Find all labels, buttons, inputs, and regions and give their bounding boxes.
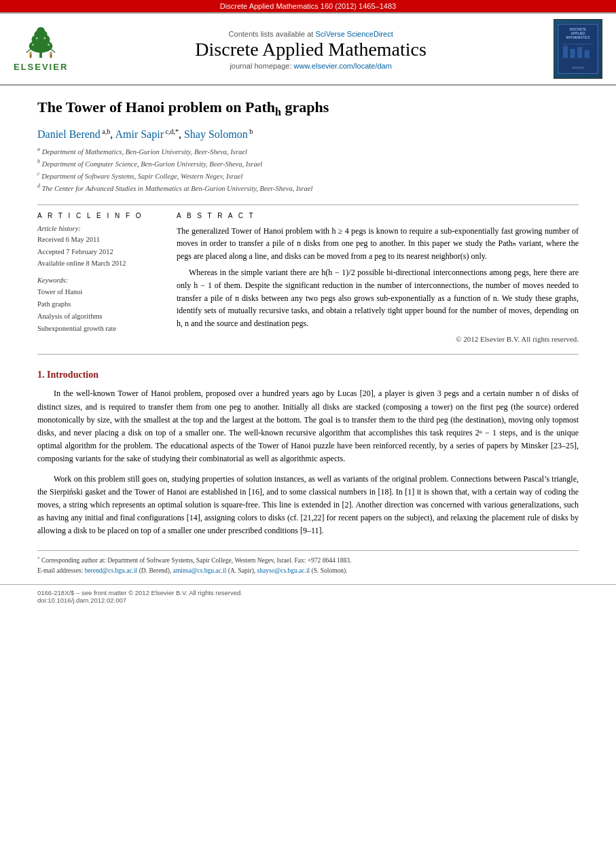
keyword-3: Analysis of algorithms — [37, 310, 163, 323]
author-sapir[interactable]: Amir Sapir — [115, 129, 164, 141]
article-info-heading: A R T I C L E I N F O — [37, 212, 163, 219]
footnotes: * Corresponding author at: Department of… — [37, 555, 579, 577]
svg-rect-11 — [50, 54, 52, 58]
divider-2 — [37, 354, 579, 355]
keyword-1: Tower of Hanoi — [37, 286, 163, 298]
svg-rect-21 — [577, 47, 582, 58]
intro-paragraph-2: Work on this problem still goes on, stud… — [37, 473, 579, 538]
abstract-text: The generalized Tower of Hanoi problem w… — [177, 225, 579, 330]
sciverse-line: Contents lists available at SciVerse Sci… — [77, 30, 544, 38]
affiliations: a Department of Mathematics, Ben-Gurion … — [37, 145, 579, 195]
elsevier-logo: ELSEVIER — [14, 26, 68, 72]
abstract-heading: A B S T R A C T — [177, 212, 579, 219]
email-link-sapir[interactable]: aminsa@cs.bgu.ac.il — [173, 567, 227, 574]
affiliation-c: c Department of Software Systems, Sapir … — [37, 170, 579, 182]
homepage-line: journal homepage: www.elsevier.com/locat… — [77, 62, 544, 70]
svg-text:APPLIED: APPLIED — [570, 32, 585, 35]
available-date: Available online 8 March 2012 — [37, 257, 163, 270]
svg-text:DISCRETE: DISCRETE — [570, 28, 587, 31]
received-date: Received 6 May 2011 — [37, 234, 163, 246]
email-link-berend[interactable]: berend@cs.bgu.ac.il — [85, 567, 138, 574]
svg-point-4 — [37, 26, 45, 33]
svg-rect-9 — [29, 54, 31, 58]
svg-point-8 — [43, 37, 46, 39]
svg-point-6 — [48, 43, 50, 46]
journal-reference-bar: Discrete Applied Mathematics 160 (2012) … — [0, 0, 616, 12]
article-info-column: A R T I C L E I N F O Article history: R… — [37, 212, 163, 344]
accepted-date: Accepted 7 February 2012 — [37, 246, 163, 258]
intro-body: In the well-known Tower of Hanoi problem… — [37, 387, 579, 537]
sciverse-link[interactable]: SciVerse ScienceDirect — [315, 30, 393, 38]
main-content: The Tower of Hanoi problem on Pathh grap… — [0, 98, 616, 576]
abstract-paragraph-1: The generalized Tower of Hanoi problem w… — [177, 225, 579, 263]
journal-cover-thumbnail: DISCRETE APPLIED MATHEMATICS 160 (2012) — [554, 19, 602, 79]
article-dates: Received 6 May 2011 Accepted 7 February … — [37, 234, 163, 270]
email-note: E-mail addresses: berend@cs.bgu.ac.il (D… — [37, 566, 579, 576]
elsevier-wordmark: ELSEVIER — [14, 62, 68, 72]
affiliation-a: a Department of Mathematics, Ben-Gurion … — [37, 145, 579, 158]
keywords-list: Tower of Hanoi Path graphs Analysis of a… — [37, 286, 163, 334]
header-center: Contents lists available at SciVerse Sci… — [77, 28, 544, 71]
abstract-paragraph-2: Whereas in the simple variant there are … — [177, 266, 579, 329]
author-solomon[interactable]: Shay Solomon — [184, 129, 248, 141]
footnote-divider — [37, 550, 579, 551]
keyword-2: Path graphs — [37, 298, 163, 310]
svg-rect-22 — [585, 50, 590, 58]
affiliation-d: d The Center for Advanced Studies in Mat… — [37, 182, 579, 194]
intro-section-title: 1. Introduction — [37, 370, 579, 380]
copyright-notice: © 2012 Elsevier B.V. All rights reserved… — [177, 335, 579, 343]
journal-title: Discrete Applied Mathematics — [77, 38, 544, 61]
bottom-bar: 0166-218X/$ – see front matter © 2012 El… — [0, 584, 616, 608]
author-berend[interactable]: Daniel Berend — [37, 129, 101, 141]
svg-text:160 (2012): 160 (2012) — [572, 67, 583, 69]
divider-1 — [37, 204, 579, 205]
keyword-4: Subexponential growth rate — [37, 323, 163, 335]
svg-text:MATHEMATICS: MATHEMATICS — [566, 36, 590, 39]
abstract-column: A B S T R A C T The generalized Tower of… — [177, 212, 579, 344]
svg-point-12 — [50, 52, 52, 54]
affiliation-b: b Department of Computer Science, Ben-Gu… — [37, 158, 579, 170]
svg-rect-20 — [570, 49, 575, 58]
article-history-label: Article history: — [37, 225, 163, 232]
svg-rect-19 — [563, 46, 568, 58]
issn-line: 0166-218X/$ – see front matter © 2012 El… — [37, 589, 579, 596]
corresponding-author-note: * Corresponding author at: Department of… — [37, 555, 579, 566]
article-title: The Tower of Hanoi problem on Pathh grap… — [37, 98, 579, 120]
journal-header: ELSEVIER Contents lists available at Sci… — [0, 12, 616, 86]
homepage-link[interactable]: www.elsevier.com/locate/dam — [294, 62, 392, 70]
email-link-solomon[interactable]: shayso@cs.bgu.ac.il — [257, 567, 310, 574]
doi-line: doi:10.1016/j.dam.2012.02.007 — [37, 596, 579, 604]
intro-paragraph-1: In the well-known Tower of Hanoi problem… — [37, 387, 579, 465]
authors-line: Daniel Berend a,b, Amir Sapir c,d,*, Sha… — [37, 128, 579, 141]
svg-point-7 — [35, 37, 37, 39]
keywords-label: Keywords: — [37, 276, 163, 284]
journal-reference-text: Discrete Applied Mathematics 160 (2012) … — [220, 2, 396, 10]
svg-point-10 — [29, 52, 32, 54]
svg-point-5 — [32, 43, 34, 46]
article-info-abstract: A R T I C L E I N F O Article history: R… — [37, 212, 579, 344]
